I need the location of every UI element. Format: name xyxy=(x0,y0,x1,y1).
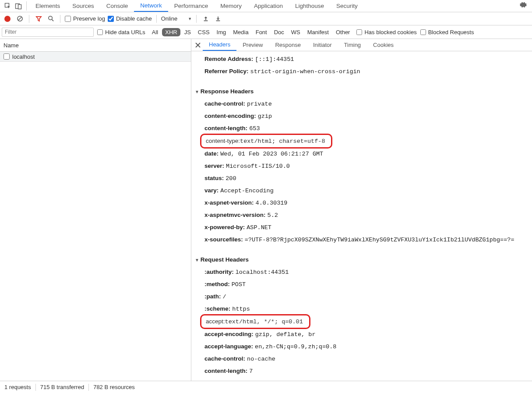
has-blocked-cookies-checkbox[interactable]: Has blocked cookies xyxy=(356,29,416,35)
filter-type-js[interactable]: JS xyxy=(181,28,194,36)
separator xyxy=(26,1,27,11)
separator xyxy=(60,15,60,23)
upload-har-icon[interactable] xyxy=(201,14,211,24)
header-key: content-encoding: xyxy=(204,113,256,119)
header-row: :path:/ xyxy=(191,290,532,303)
request-list-header[interactable]: Name xyxy=(0,39,191,52)
clear-icon[interactable] xyxy=(15,14,25,24)
filter-type-manifest[interactable]: Manifest xyxy=(304,28,332,36)
header-key: server: xyxy=(204,163,224,169)
detail-tab-cookies[interactable]: Cookies xyxy=(367,39,400,51)
detail-tab-strip: HeadersPreviewResponseInitiatorTimingCoo… xyxy=(191,39,532,51)
status-bar: 1 requests 715 B transferred 782 B resou… xyxy=(0,381,532,393)
detail-tab-response[interactable]: Response xyxy=(269,39,307,51)
inspect-element-icon[interactable] xyxy=(3,0,13,12)
svg-line-4 xyxy=(18,17,21,21)
filter-type-css[interactable]: CSS xyxy=(195,28,213,36)
filter-input[interactable] xyxy=(2,28,94,37)
header-value: gzip xyxy=(258,113,272,120)
header-row: accept-language:en,zh-CN;q=0.9,zh;q=0.8 xyxy=(191,340,532,353)
separator xyxy=(88,384,89,391)
svg-rect-8 xyxy=(216,20,220,21)
devtools-tab-strip: ElementsSourcesConsoleNetworkPerformance… xyxy=(0,0,532,12)
preserve-log-checkbox[interactable]: Preserve log xyxy=(65,15,105,22)
svg-rect-7 xyxy=(204,20,208,21)
request-row-checkbox[interactable] xyxy=(4,53,10,60)
device-toolbar-icon[interactable] xyxy=(13,0,24,12)
filter-bar: Hide data URLs AllXHRJSCSSImgMediaFontDo… xyxy=(0,25,532,39)
request-row[interactable]: localhost xyxy=(0,52,191,62)
status-resources: 782 B resources xyxy=(93,384,135,390)
filter-type-font[interactable]: Font xyxy=(253,28,270,36)
tab-console[interactable]: Console xyxy=(100,0,134,12)
settings-gear-icon[interactable] xyxy=(518,1,528,8)
headers-panel: Remote Address:[::1]:44351Referrer Polic… xyxy=(191,51,532,381)
header-value: POST xyxy=(232,281,246,288)
header-row: content-length:653 xyxy=(191,122,532,135)
response-headers-section[interactable]: Response Headers xyxy=(191,85,532,98)
header-row: accept-encoding:gzip, deflate, br xyxy=(191,328,532,340)
header-row: x-aspnetmvc-version:5.2 xyxy=(191,209,532,221)
header-value: Microsoft-IIS/10.0 xyxy=(226,163,290,170)
request-headers-section[interactable]: Request Headers xyxy=(191,254,532,266)
header-key: content-length: xyxy=(204,125,247,131)
disable-cache-checkbox[interactable]: Disable cache xyxy=(108,15,152,22)
filter-type-doc[interactable]: Doc xyxy=(271,28,287,36)
detail-tab-preview[interactable]: Preview xyxy=(236,39,269,51)
tab-network[interactable]: Network xyxy=(134,0,168,12)
header-key: :authority: xyxy=(204,269,234,275)
hide-data-urls-checkbox[interactable]: Hide data URLs xyxy=(97,29,145,35)
filter-type-all[interactable]: All xyxy=(149,28,161,36)
filter-icon[interactable] xyxy=(34,14,43,24)
separator xyxy=(156,15,157,23)
header-row: Referrer Policy:strict-origin-when-cross… xyxy=(191,65,532,78)
filter-type-ws[interactable]: WS xyxy=(288,28,303,36)
tab-elements[interactable]: Elements xyxy=(29,0,66,12)
header-row: content-encoding:gzip xyxy=(191,110,532,122)
filter-type-img[interactable]: Img xyxy=(214,28,229,36)
record-button[interactable] xyxy=(3,14,12,24)
download-har-icon[interactable] xyxy=(213,14,223,24)
blocked-requests-checkbox[interactable]: Blocked Requests xyxy=(420,29,474,35)
svg-line-6 xyxy=(52,19,53,21)
detail-tab-initiator[interactable]: Initiator xyxy=(307,39,338,51)
tab-lighthouse[interactable]: Lighthouse xyxy=(289,0,330,12)
tab-memory[interactable]: Memory xyxy=(214,0,248,12)
header-key: accept: xyxy=(206,318,225,325)
header-value: text/html; charset=utf-8 xyxy=(240,138,325,145)
header-key: :path: xyxy=(204,293,221,300)
separator xyxy=(29,15,29,23)
header-value: / xyxy=(223,294,226,300)
tab-security[interactable]: Security xyxy=(330,0,364,12)
tab-sources[interactable]: Sources xyxy=(66,0,100,12)
header-value: private xyxy=(247,101,272,107)
tab-application[interactable]: Application xyxy=(248,0,289,12)
header-key: date: xyxy=(204,150,218,157)
header-key: cache-control: xyxy=(204,100,245,107)
detail-tab-timing[interactable]: Timing xyxy=(338,39,367,51)
throttling-select[interactable]: Online ▼ xyxy=(161,15,192,22)
filter-type-xhr[interactable]: XHR xyxy=(162,28,180,36)
header-row: vary:Accept-Encoding xyxy=(191,184,532,197)
header-value: localhost:44351 xyxy=(236,269,289,276)
header-value: 4.0.30319 xyxy=(256,200,288,206)
search-icon[interactable] xyxy=(46,14,56,24)
header-row: :authority:localhost:44351 xyxy=(191,266,532,278)
status-transferred: 715 B transferred xyxy=(40,384,84,390)
header-key: Referrer Policy: xyxy=(204,68,249,74)
header-row: :method:POST xyxy=(191,278,532,290)
tab-performance[interactable]: Performance xyxy=(168,0,214,12)
header-key: x-sourcefiles: xyxy=(204,236,243,243)
filter-type-other[interactable]: Other xyxy=(333,28,353,36)
request-list: Name localhost xyxy=(0,39,191,381)
svg-rect-2 xyxy=(18,4,21,9)
header-key: status: xyxy=(204,175,224,181)
filter-type-media[interactable]: Media xyxy=(230,28,251,36)
request-detail: HeadersPreviewResponseInitiatorTimingCoo… xyxy=(191,39,532,381)
header-value: Wed, 01 Feb 2023 06:21:27 GMT xyxy=(220,151,323,157)
detail-tab-headers[interactable]: Headers xyxy=(203,39,236,51)
header-row: x-sourcefiles:=?UTF-8?B?RjpcX09SZXNwXEhy… xyxy=(191,234,532,246)
header-value: 200 xyxy=(225,175,236,182)
header-row: x-powered-by:ASP.NET xyxy=(191,221,532,234)
close-detail-icon[interactable] xyxy=(193,39,203,51)
